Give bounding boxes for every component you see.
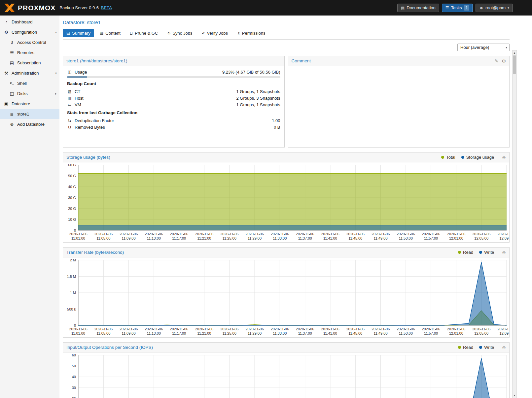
collapse-icon[interactable]: ⊖ [502, 155, 506, 160]
edit-comment-icon[interactable]: ✎ [495, 58, 499, 64]
sidebar-item-add-datastore[interactable]: ⊕ Add Datastore [0, 119, 59, 129]
svg-text:1 M: 1 M [70, 291, 76, 295]
book-icon: ▤ [401, 6, 405, 10]
hdd-icon: ◫ [67, 70, 72, 74]
summary-panel-title: store1 (/mnt/datastores/store1) [66, 58, 127, 63]
svg-text:60: 60 [72, 353, 76, 357]
sidebar-item-label: Add Datastore [17, 122, 45, 127]
refresh-icon: ↻ [167, 31, 170, 36]
legend-label: Read [463, 250, 473, 255]
svg-text:2020-11-0611:05:00: 2020-11-0611:05:00 [94, 327, 113, 335]
svg-text:2020-11-0611:09:00: 2020-11-0611:09:00 [120, 327, 138, 335]
key-icon: ⚷ [9, 40, 15, 45]
svg-text:20: 20 [72, 397, 76, 398]
building-icon: ▥ [67, 96, 72, 100]
legend-dot [458, 251, 461, 254]
tab-content[interactable]: ▦ Content [96, 29, 124, 37]
svg-text:30: 30 [72, 386, 76, 390]
gear-icon[interactable]: ⚙ [502, 58, 506, 64]
tab-summary[interactable]: ▤ Summary [63, 29, 94, 37]
legend-item-total[interactable]: Total [441, 155, 455, 160]
svg-text:2020-11-0611:25:00: 2020-11-0611:25:00 [220, 327, 238, 335]
chart-title: Input/Output Operations per Second (IOPS… [66, 345, 153, 350]
sidebar-item-label: Dashboard [12, 19, 33, 24]
sidebar-item-store1[interactable]: ≣ store1 [0, 109, 59, 119]
vm-value: 1 Groups, 1 Snapshots [236, 102, 280, 107]
panel-header: Transfer Rate (bytes/second) Read Write … [63, 248, 509, 257]
host-row: ▥ Host 2 Groups, 3 Snapshots [67, 95, 280, 101]
scroll-down-icon[interactable]: ▼ [513, 393, 516, 398]
collapse-icon[interactable]: ⊖ [502, 345, 506, 350]
legend-item-read[interactable]: Read [458, 345, 473, 350]
svg-text:2020-11-0611:45:00: 2020-11-0611:45:00 [346, 232, 365, 240]
svg-text:2020-11-0611:13:00: 2020-11-0611:13:00 [145, 327, 163, 335]
sidebar-item-administration[interactable]: ⚒ Administration ▾ [0, 68, 59, 78]
svg-text:40: 40 [72, 375, 76, 379]
beta-link[interactable]: BETA [101, 5, 112, 10]
tab-sync-jobs[interactable]: ↻ Sync Jobs [163, 29, 196, 37]
legend-item-write[interactable]: Write [479, 345, 494, 350]
svg-text:2020-11-0611:53:00: 2020-11-0611:53:00 [397, 232, 415, 240]
tab-label: Permissions [242, 31, 266, 36]
scrollbar-thumb[interactable] [513, 55, 516, 74]
svg-text:2020-11-0611:49:00: 2020-11-0611:49:00 [372, 327, 390, 335]
tab-permissions[interactable]: ⚷ Permissions [233, 29, 269, 37]
user-menu-button[interactable]: ☻ root@pam ▾ [476, 4, 513, 12]
wrench-icon: ⚒ [3, 71, 9, 76]
tab-verify-jobs[interactable]: ✔ Verify Jobs [198, 29, 231, 37]
tasks-button[interactable]: ☰ Tasks 1 [442, 4, 473, 12]
svg-text:60 G: 60 G [68, 163, 76, 167]
legend-item-storage-usage[interactable]: Storage usage [461, 155, 494, 160]
scroll-up-icon[interactable]: ▲ [513, 50, 516, 55]
topbar-actions: ▤ Documentation ☰ Tasks 1 ☻ root@pam ▾ [397, 4, 513, 12]
interval-select-value: Hour (average) [460, 45, 489, 50]
removed-bytes-value: 0 B [274, 125, 280, 130]
svg-text:2020-11-0611:17:00: 2020-11-0611:17:00 [170, 232, 188, 240]
sidebar-item-datastore[interactable]: ▣ Datastore [0, 99, 59, 109]
sidebar-item-configuration[interactable]: ⚙ Configuration ▾ [0, 27, 59, 37]
check-icon: ✔ [201, 31, 205, 36]
chart-title: Transfer Rate (bytes/second) [66, 250, 124, 255]
compress-icon: ⇆ [67, 118, 72, 123]
scrollbar[interactable]: ▲ ▼ [512, 50, 517, 398]
grid-icon: ▦ [100, 31, 103, 36]
sidebar-item-dashboard[interactable]: ◔ Dashboard [0, 17, 59, 27]
storage-usage-panel: Storage usage (bytes) Total Storage usag… [63, 152, 510, 243]
comment-panel-body [288, 66, 510, 147]
svg-text:20 G: 20 G [68, 207, 76, 211]
sidebar-item-subscription[interactable]: ▤ Subscription [0, 58, 59, 68]
svg-text:10 G: 10 G [68, 217, 76, 221]
legend-item-read[interactable]: Read [458, 250, 473, 255]
interval-select[interactable]: Hour (average) ▾ [457, 44, 510, 51]
chevron-down-icon: ▾ [508, 6, 509, 10]
svg-text:2 M: 2 M [70, 258, 76, 262]
tab-label: Prune & GC [135, 31, 158, 36]
legend-item-write[interactable]: Write [479, 250, 494, 255]
user-icon: ☻ [479, 6, 483, 10]
chevron-down-icon: ▾ [55, 71, 57, 75]
iops-panel: Input/Output Operations per Second (IOPS… [63, 342, 510, 398]
tab-prune-gc[interactable]: ⊔ Prune & GC [126, 29, 161, 37]
legend-dot [479, 251, 482, 254]
collapse-icon[interactable]: ⊖ [502, 250, 506, 255]
disk-icon: ◫ [9, 91, 15, 96]
usage-row: ◫ Usage 9.23% (4.67 GiB of 50.56 GiB) [67, 69, 280, 75]
svg-text:2020-11-0612:05:00: 2020-11-0612:05:00 [472, 232, 490, 240]
chevron-right-icon: ▸ [55, 92, 57, 95]
sidebar-item-remotes[interactable]: ☰ Remotes [0, 48, 59, 58]
sidebar-item-shell[interactable]: >_ Shell [0, 78, 59, 88]
documentation-button[interactable]: ▤ Documentation [397, 4, 439, 12]
svg-text:2020-11-0611:05:00: 2020-11-0611:05:00 [94, 232, 113, 240]
ct-row: ▧ CT 1 Groups, 1 Snapshots [67, 88, 280, 95]
svg-text:2020-11-0611:41:00: 2020-11-0611:41:00 [321, 327, 339, 335]
legend-dot [479, 346, 482, 349]
gc-stats-title: Stats from last Garbage Collection [67, 110, 280, 115]
legend-label: Storage usage [466, 155, 494, 160]
sidebar-item-disks[interactable]: ◫ Disks ▸ [0, 88, 59, 99]
sidebar-item-access-control[interactable]: ⚷ Access Control [0, 37, 59, 48]
svg-text:500 k: 500 k [67, 307, 76, 311]
svg-text:2020-11-0611:33:00: 2020-11-0611:33:00 [271, 232, 289, 240]
dedup-label: Deduplication Factor [75, 118, 114, 123]
storage-usage-chart: 2020-11-0611:01:002020-11-0611:05:002020… [63, 162, 509, 242]
legend: Read Write ⊖ [458, 250, 506, 255]
